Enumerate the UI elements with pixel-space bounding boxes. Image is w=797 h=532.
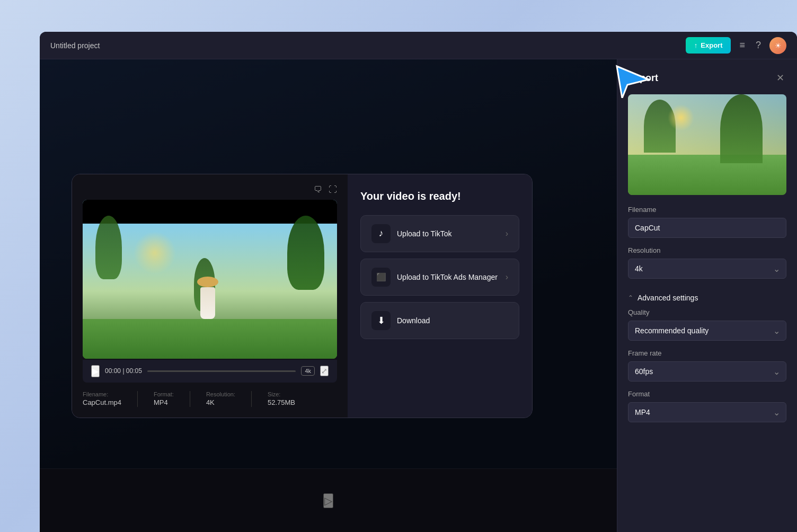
meta-resolution: Resolution: 4K <box>206 391 235 407</box>
frame-rate-label: Frame rate <box>628 349 786 357</box>
fullscreen-button[interactable]: ⤢ <box>320 366 329 376</box>
video-player <box>83 200 337 359</box>
download-label: Download <box>397 316 430 325</box>
help-button[interactable]: ? <box>754 38 763 53</box>
frame-rate-select-wrapper: 60fps 30fps 24fps <box>628 361 786 382</box>
export-panel-header: Export ✕ <box>617 59 797 94</box>
field-lines <box>628 155 786 195</box>
meta-format-value: MP4 <box>154 398 174 406</box>
format-select-wrapper: MP4 MOV AVI GIF <box>628 402 786 422</box>
meta-format: Format: MP4 <box>154 391 174 407</box>
modal-video-section: 🗨 ⛶ <box>72 174 348 418</box>
avatar-button[interactable]: ☀ <box>769 37 786 54</box>
resolution-select[interactable]: 4k 2k 1080p 720p <box>628 259 786 279</box>
tiktok-ads-chevron-icon: › <box>506 272 508 282</box>
project-title: Untitled project <box>50 41 100 50</box>
export-form: Filename Resolution 4k 2k 1080p 720p ⌃ A… <box>617 206 797 431</box>
tiktok-icon: ♪ <box>379 228 384 239</box>
meta-divider-3 <box>251 391 252 407</box>
top-bar-actions: ↑ Export ≡ ? ☀ <box>686 37 786 54</box>
menu-icon: ≡ <box>739 40 745 50</box>
help-icon: ? <box>756 40 761 50</box>
main-content: ▷ 🗨 ⛶ <box>40 59 617 532</box>
modal-overlay: 🗨 ⛶ <box>40 59 617 532</box>
tiktok-chevron-icon: › <box>506 229 508 238</box>
close-icon: ✕ <box>776 73 784 83</box>
frame-rate-select[interactable]: 60fps 30fps 24fps <box>628 361 786 382</box>
upload-tiktok-button[interactable]: ♪ Upload to TikTok › <box>360 215 519 252</box>
upload-tiktok-label: Upload to TikTok <box>397 229 452 238</box>
meta-divider-2 <box>190 391 190 407</box>
meta-size-value: 52.75MB <box>268 398 295 406</box>
tiktok-ads-icon-wrapper: ⬛ <box>371 268 391 287</box>
quality-label: Quality <box>628 308 786 316</box>
avatar-icon: ☀ <box>775 41 782 50</box>
video-person <box>197 277 218 319</box>
modal-top-icons: 🗨 ⛶ <box>83 185 337 194</box>
app-body: ▷ 🗨 ⛶ <box>40 59 797 532</box>
thumb-sun <box>668 104 694 131</box>
modal-actions-section: Your video is ready! ♪ Upload to TikTok … <box>348 174 532 418</box>
meta-format-label: Format: <box>154 391 174 397</box>
quality-select-wrapper: Recommended quality High Medium Low <box>628 321 786 341</box>
export-panel-title: Export <box>628 73 658 84</box>
close-export-panel-button[interactable]: ✕ <box>774 70 786 86</box>
export-thumbnail <box>628 94 786 195</box>
download-icon: ⬇ <box>377 315 385 326</box>
quality-badge: 4k <box>301 366 315 376</box>
person-body <box>200 287 215 319</box>
format-label: Format <box>628 390 786 398</box>
video-play-button[interactable]: ▶ <box>91 365 100 377</box>
video-meta: Filename: CapCut.mp4 Format: MP4 <box>83 391 337 407</box>
expand-icon: ⛶ <box>329 185 337 194</box>
upload-tiktok-ads-label: Upload to TikTok Ads Manager <box>397 273 498 281</box>
export-btn-label: Export <box>701 41 722 49</box>
palm-tree-right <box>287 216 324 290</box>
tiktok-icon-wrapper: ♪ <box>371 224 391 243</box>
export-panel: Export ✕ Filename <box>617 59 797 532</box>
menu-button[interactable]: ≡ <box>737 38 747 53</box>
person-hat <box>197 277 218 287</box>
export-upload-icon: ↑ <box>694 41 698 49</box>
download-icon-wrapper: ⬇ <box>371 311 391 330</box>
download-button[interactable]: ⬇ Download <box>360 302 519 339</box>
advanced-settings-label: Advanced settings <box>637 294 698 302</box>
thumbnail-scene <box>628 94 786 195</box>
meta-size-label: Size: <box>268 391 295 397</box>
quality-select[interactable]: Recommended quality High Medium Low <box>628 321 786 341</box>
meta-size: Size: 52.75MB <box>268 391 295 407</box>
progress-bar[interactable] <box>147 370 296 372</box>
advanced-settings-chevron-up: ⌃ <box>628 294 633 302</box>
meta-filename-value: CapCut.mp4 <box>83 398 121 406</box>
video-current-time: 00:00 <box>105 367 121 375</box>
export-button[interactable]: ↑ Export <box>686 37 731 54</box>
modal-inner: 🗨 ⛶ <box>72 174 532 418</box>
comment-icon-btn[interactable]: 🗨 <box>314 185 322 194</box>
video-ready-modal: 🗨 ⛶ <box>72 174 533 418</box>
meta-filename: Filename: CapCut.mp4 <box>83 391 121 407</box>
palm-tree-left <box>95 216 122 279</box>
filename-input[interactable] <box>628 218 786 238</box>
app-window: Untitled project ↑ Export ≡ ? ☀ <box>40 32 797 532</box>
comment-icon: 🗨 <box>314 185 322 194</box>
meta-resolution-label: Resolution: <box>206 391 235 397</box>
fullscreen-icon: ⤢ <box>321 367 327 375</box>
meta-divider-1 <box>137 391 138 407</box>
advanced-settings-header[interactable]: ⌃ Advanced settings <box>628 287 786 308</box>
palm-right-thumb <box>720 94 763 163</box>
upload-tiktok-ads-button[interactable]: ⬛ Upload to TikTok Ads Manager › <box>360 259 519 296</box>
video-time: 00:00 | 00:05 <box>105 367 142 375</box>
video-play-icon: ▶ <box>92 367 99 376</box>
expand-icon-btn[interactable]: ⛶ <box>329 185 337 194</box>
format-select[interactable]: MP4 MOV AVI GIF <box>628 402 786 422</box>
meta-resolution-value: 4K <box>206 398 235 406</box>
meta-filename-label: Filename: <box>83 391 121 397</box>
top-bar: Untitled project ↑ Export ≡ ? ☀ <box>40 32 797 59</box>
video-field <box>83 319 337 359</box>
filename-label: Filename <box>628 206 786 214</box>
video-scene <box>83 200 337 359</box>
ready-title: Your video is ready! <box>360 190 519 202</box>
video-controls: ▶ 00:00 | 00:05 4k <box>83 360 337 383</box>
video-duration: 00:05 <box>126 367 142 375</box>
resolution-select-wrapper: 4k 2k 1080p 720p <box>628 259 786 279</box>
